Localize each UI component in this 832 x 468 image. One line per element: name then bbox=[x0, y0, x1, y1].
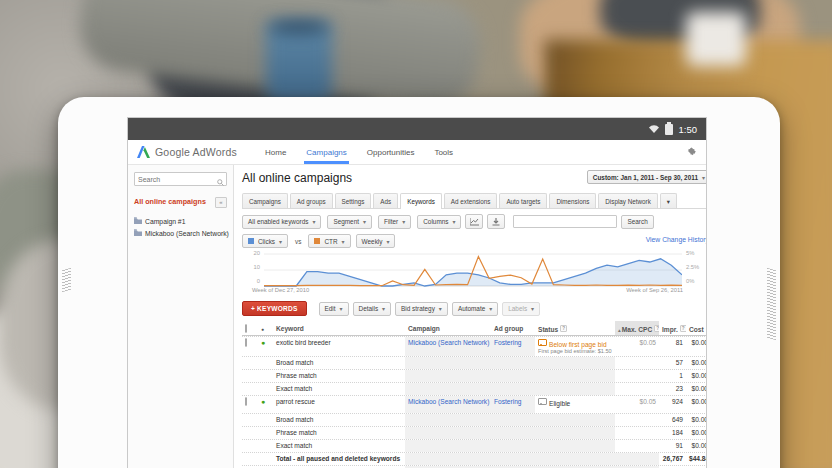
status-cell-empty bbox=[535, 414, 615, 426]
keyword-status-dot: ● bbox=[258, 337, 273, 356]
column-header-ad-group[interactable]: Ad group bbox=[491, 321, 535, 335]
view-change-history-link[interactable]: View Change History bbox=[646, 236, 706, 243]
campaign-link[interactable]: Mickaboo (Search Network) bbox=[405, 337, 491, 356]
campaign-tree: Campaign #1Mickaboo (Search Network) bbox=[134, 216, 227, 240]
segment-label-cell: Exact match bbox=[273, 383, 405, 395]
all-enabled-keywords-dropdown[interactable]: All enabled keywords▾ bbox=[242, 215, 321, 229]
graph-icon-button[interactable] bbox=[465, 214, 483, 229]
metric2-dropdown[interactable]: CTR ▾ bbox=[308, 234, 350, 248]
search-button-label: Search bbox=[627, 218, 647, 225]
cost-cell: $0.00 bbox=[686, 414, 706, 426]
impressions-cell: 91 bbox=[659, 440, 686, 452]
nav-item-home[interactable]: Home bbox=[265, 140, 286, 164]
segment-dropdown[interactable]: Segment▾ bbox=[327, 215, 372, 229]
campaign-cell-empty bbox=[405, 440, 491, 452]
status-bar: 1:50 bbox=[128, 118, 706, 140]
max-cpc-cell-empty bbox=[615, 370, 659, 382]
filter-dropdown[interactable]: Filter▾ bbox=[378, 215, 411, 229]
columns-dropdown[interactable]: Columns▾ bbox=[417, 215, 461, 229]
sidebar-search-input[interactable] bbox=[134, 172, 227, 186]
x-axis-start-label: Week of Dec 27, 2010 bbox=[252, 287, 309, 293]
edit-dropdown[interactable]: Edit▾ bbox=[319, 302, 349, 316]
table-row: Exact match23$0.00 bbox=[242, 382, 706, 395]
tab-keywords[interactable]: Keywords bbox=[400, 193, 442, 209]
segment-label-cell: Broad match bbox=[273, 414, 405, 426]
keywords-table: ●KeywordCampaignAd groupStatus?▴Max. CPC… bbox=[242, 321, 706, 468]
select-all-checkbox[interactable] bbox=[242, 321, 258, 335]
tab-ad-groups[interactable]: Ad groups bbox=[290, 193, 333, 208]
row-checkbox[interactable] bbox=[242, 396, 258, 413]
column-header-campaign[interactable]: Campaign bbox=[405, 321, 491, 335]
tab-dimensions[interactable]: Dimensions bbox=[549, 193, 596, 208]
add-keywords-button[interactable]: + KEYWORDS bbox=[242, 301, 307, 316]
sidebar: All online campaigns « Campaign #1Mickab… bbox=[128, 165, 234, 468]
tab-ads[interactable]: Ads bbox=[373, 193, 398, 208]
date-range-label: Custom: Jan 1, 2011 - Sep 30, 2011 bbox=[593, 174, 698, 181]
action-dropdowns: Edit▾Details▾Bid strategy▾Automate▾ bbox=[319, 302, 499, 316]
column-header-impr-[interactable]: Impr.? bbox=[659, 321, 686, 335]
y-axis-tick: 10 bbox=[242, 264, 260, 270]
max-cpc-cell[interactable]: $0.05 bbox=[615, 396, 659, 413]
search-button[interactable]: Search bbox=[621, 215, 653, 229]
sidebar-item-campaign[interactable]: Campaign #1 bbox=[134, 216, 227, 228]
download-icon-button[interactable] bbox=[487, 214, 505, 229]
segment-dropdown-label: Segment bbox=[333, 218, 359, 225]
ad-group-cell-empty bbox=[491, 414, 535, 426]
tab-display-network[interactable]: Display Network bbox=[598, 193, 658, 208]
date-range-button[interactable]: Custom: Jan 1, 2011 - Sep 30, 2011 ▾ bbox=[587, 170, 706, 184]
table-row[interactable]: ●parrot rescueMickaboo (Search Network)F… bbox=[242, 395, 706, 413]
y-axis-tick: 0 bbox=[242, 278, 260, 284]
edit-dropdown-label: Edit bbox=[325, 305, 336, 312]
ad-group-link[interactable]: Fostering bbox=[491, 337, 535, 356]
tab--[interactable]: ▾ bbox=[660, 193, 677, 208]
keyword-search-input[interactable] bbox=[513, 215, 617, 228]
impressions-cell: 57 bbox=[659, 357, 686, 369]
max-cpc-cell-empty bbox=[615, 414, 659, 426]
automate-dropdown[interactable]: Automate▾ bbox=[452, 302, 498, 316]
all-enabled-keywords-dropdown-label: All enabled keywords bbox=[248, 218, 308, 225]
cost-cell: $0.00 bbox=[686, 396, 706, 413]
collapse-sidebar-button[interactable]: « bbox=[215, 197, 227, 208]
metric1-dropdown[interactable]: Clicks ▾ bbox=[242, 234, 288, 248]
max-cpc-cell[interactable]: $0.05 bbox=[615, 337, 659, 356]
photo-blue-cup bbox=[266, 22, 332, 104]
cost-cell: $0.00 bbox=[686, 370, 706, 382]
y2-axis-tick: 2.5% bbox=[686, 264, 699, 270]
sidebar-item-campaign[interactable]: Mickaboo (Search Network) bbox=[134, 228, 227, 240]
impressions-cell: 924 bbox=[659, 396, 686, 413]
tab-campaigns[interactable]: Campaigns bbox=[242, 193, 288, 208]
status-cell: Eligible bbox=[535, 396, 615, 413]
campaign-link[interactable]: Mickaboo (Search Network) bbox=[405, 396, 491, 413]
x-axis-end-label: Week of Sep 26, 2011 bbox=[626, 287, 683, 293]
table-row[interactable]: ●exotic bird breederMickaboo (Search Net… bbox=[242, 336, 706, 356]
impressions-cell: 26,767 bbox=[659, 453, 686, 465]
column-header-cost[interactable]: Cost? bbox=[686, 321, 706, 335]
metric1-label: Clicks bbox=[258, 238, 275, 245]
column-header-keyword[interactable]: Keyword bbox=[273, 321, 405, 335]
tab-settings[interactable]: Settings bbox=[335, 193, 372, 208]
chevron-down-icon: ▾ bbox=[439, 305, 442, 312]
row-checkbox[interactable] bbox=[242, 337, 258, 356]
ad-group-link[interactable]: Fostering bbox=[491, 396, 535, 413]
column-header-max-cpc[interactable]: ▴Max. CPC? bbox=[615, 321, 659, 335]
performance-chart: 20 10 0 5% 2.5% 0% Week of Dec 27, 2010 … bbox=[242, 251, 706, 297]
status-cell-empty bbox=[535, 427, 615, 439]
nav-item-campaigns[interactable]: Campaigns bbox=[306, 140, 346, 164]
bid-strategy-dropdown[interactable]: Bid strategy▾ bbox=[395, 302, 448, 316]
photo-blue-cup-rim bbox=[268, 20, 330, 34]
tablet-device: 1:50 Google AdWords HomeCampaignsOpportu… bbox=[58, 97, 780, 468]
ad-group-cell-empty bbox=[491, 357, 535, 369]
details-dropdown[interactable]: Details▾ bbox=[353, 302, 392, 316]
tab-ad-extensions[interactable]: Ad extensions bbox=[444, 193, 498, 208]
status-cell-empty bbox=[535, 357, 615, 369]
campaign-cell-empty bbox=[405, 370, 491, 382]
gear-icon[interactable] bbox=[686, 146, 697, 158]
tab-auto-targets[interactable]: Auto targets bbox=[499, 193, 547, 208]
impressions-cell: 1 bbox=[659, 370, 686, 382]
column-header-status[interactable]: Status? bbox=[535, 321, 615, 335]
search-icon bbox=[217, 179, 224, 187]
all-campaigns-link[interactable]: All online campaigns bbox=[134, 197, 206, 206]
nav-item-opportunities[interactable]: Opportunities bbox=[367, 140, 415, 164]
interval-dropdown[interactable]: Weekly ▾ bbox=[356, 234, 396, 248]
nav-item-tools[interactable]: Tools bbox=[434, 140, 453, 164]
